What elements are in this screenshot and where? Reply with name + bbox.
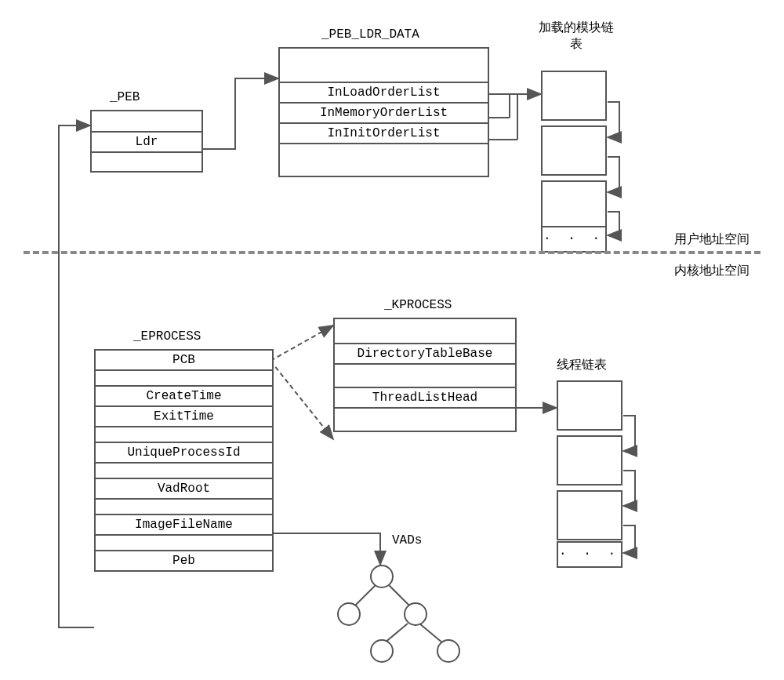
user-space-label: 用户地址空间: [674, 231, 750, 248]
kprocess-spacer-bottom: [335, 407, 515, 431]
kprocess-box: DirectoryTableBase ThreadListHead: [333, 318, 517, 432]
eprocess-field-imagefilename: ImageFileName: [96, 514, 272, 534]
eprocess-gap-5: [96, 534, 272, 550]
thread-node-ellipsis: . . .: [557, 541, 622, 568]
svg-line-11: [419, 624, 443, 643]
module-node-2: [541, 125, 607, 176]
eprocess-gap-1: [96, 369, 272, 385]
svg-line-6: [270, 361, 333, 439]
vad-node-l: [337, 602, 361, 626]
diagram-canvas: _PEB Ldr _PEB_LDR_DATA InLoadOrderList I…: [16, 16, 768, 667]
thread-node-1: [557, 380, 622, 431]
kprocess-gap: [335, 363, 515, 387]
peb-title: _PEB: [110, 90, 140, 104]
eprocess-field-pcb: PCB: [96, 351, 272, 369]
ldrdata-field-1: InMemoryOrderList: [280, 102, 488, 122]
peb-spacer-bottom: [92, 151, 201, 171]
eprocess-gap-3: [96, 462, 272, 478]
eprocess-box: PCB CreateTime ExitTime UniqueProcessId …: [94, 349, 274, 572]
module-node-ellipsis: . . .: [541, 226, 607, 253]
vad-node-r: [404, 602, 427, 626]
eprocess-field-exittime: ExitTime: [96, 405, 272, 426]
address-space-divider: [24, 251, 760, 254]
svg-line-5: [270, 325, 333, 361]
kprocess-field-threadlisthead: ThreadListHead: [335, 387, 515, 407]
vads-label: VADs: [392, 533, 422, 547]
thread-list-label: 线程链表: [557, 357, 607, 373]
ldrdata-spacer-top: [280, 49, 488, 82]
thread-node-2: [557, 435, 622, 485]
vad-node-rr: [437, 639, 460, 663]
eprocess-field-uniquepid: UniqueProcessId: [96, 442, 272, 462]
module-node-1: [541, 71, 607, 121]
module-node-3: [541, 180, 607, 231]
peb-box: Ldr: [90, 110, 203, 173]
peb-spacer-top: [92, 111, 201, 131]
ldrdata-field-2: InInitOrderList: [280, 122, 488, 143]
peb-field-ldr: Ldr: [92, 131, 201, 151]
eprocess-field-createtime: CreateTime: [96, 385, 272, 405]
vad-node-root: [370, 565, 394, 588]
ldrdata-field-0: InLoadOrderList: [280, 82, 488, 102]
eprocess-field-peb: Peb: [96, 550, 272, 570]
kprocess-title: _KPROCESS: [384, 298, 452, 312]
thread-node-3: [557, 490, 622, 540]
kernel-space-label: 内核地址空间: [674, 263, 750, 279]
kprocess-field-dirtablebase: DirectoryTableBase: [335, 343, 515, 363]
kprocess-spacer-top: [335, 319, 515, 343]
eprocess-gap-4: [96, 498, 272, 514]
vad-node-rl: [370, 639, 394, 663]
eprocess-gap-2: [96, 426, 272, 442]
eprocess-field-vadroot: VadRoot: [96, 478, 272, 498]
module-list-label: 加载的模块链表: [537, 20, 615, 53]
ldrdata-box: InLoadOrderList InMemoryOrderList InInit…: [278, 47, 489, 177]
ldrdata-spacer-bottom: [280, 143, 488, 176]
eprocess-title: _EPROCESS: [133, 329, 201, 344]
ldrdata-title: _PEB_LDR_DATA: [321, 27, 419, 42]
